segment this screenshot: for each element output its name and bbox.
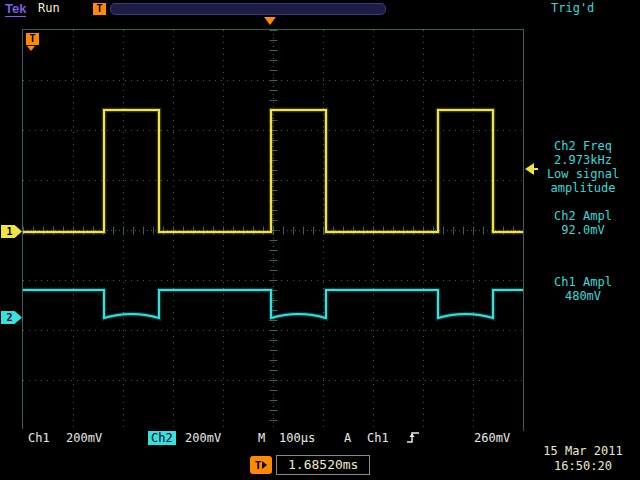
rising-edge-icon bbox=[406, 431, 420, 447]
timebase-label: M bbox=[258, 431, 265, 445]
oscilloscope-screen: Tek Run T Trig'd T 1 2 Ch2 Freq 2.973kHz… bbox=[0, 0, 640, 480]
channel-readout-bar: Ch1 200mV Ch2 200mV M 100µs A Ch1 260mV bbox=[22, 429, 523, 447]
measurement-value: 480mV bbox=[528, 289, 638, 303]
measurements-panel: Ch2 Freq 2.973kHz Low signal amplitude C… bbox=[528, 139, 638, 303]
measurement-value: 2.973kHz bbox=[528, 153, 638, 167]
time-text: 16:50:20 bbox=[528, 459, 638, 474]
acquisition-state: Run bbox=[38, 1, 60, 15]
measurement-label: Ch1 Ampl bbox=[528, 275, 638, 289]
measurement-value: 92.0mV bbox=[528, 223, 638, 237]
datetime-display: 15 Mar 2011 16:50:20 bbox=[528, 444, 638, 474]
timebase-scale: 100µs bbox=[279, 431, 315, 445]
ch2-label: Ch2 bbox=[148, 431, 176, 445]
measurement-warning: amplitude bbox=[528, 181, 638, 195]
waveform-plot bbox=[23, 30, 523, 430]
trigger-position-readout: T 1.68520ms bbox=[250, 455, 370, 475]
brand-logo: Tek bbox=[5, 1, 26, 17]
trigger-mode-label: A bbox=[344, 431, 351, 445]
ch1-label: Ch1 bbox=[28, 431, 50, 445]
trigger-level-value: 260mV bbox=[474, 431, 510, 445]
measurement-warning: Low signal bbox=[528, 167, 638, 181]
trigger-marker-chip: T bbox=[26, 33, 39, 45]
trigger-source: Ch1 bbox=[367, 431, 389, 445]
trigger-position-arrow-icon bbox=[264, 17, 276, 25]
trigger-position-value: 1.68520ms bbox=[276, 455, 370, 475]
ch2-scale: 200mV bbox=[185, 431, 221, 445]
record-position-bar bbox=[110, 3, 386, 15]
measurement-label: Ch2 Freq bbox=[528, 139, 638, 153]
trigger-status: Trig'd bbox=[551, 1, 594, 15]
ch1-scale: 200mV bbox=[66, 431, 102, 445]
date-text: 15 Mar 2011 bbox=[528, 444, 638, 459]
measurement-label: Ch2 Ampl bbox=[528, 209, 638, 223]
ch2-ground-marker: 2 bbox=[1, 311, 22, 324]
ch1-ground-marker: 1 bbox=[1, 225, 22, 238]
trigger-time-icon: T bbox=[250, 456, 272, 474]
graticule bbox=[22, 29, 524, 431]
trigger-icon: T bbox=[93, 3, 106, 15]
